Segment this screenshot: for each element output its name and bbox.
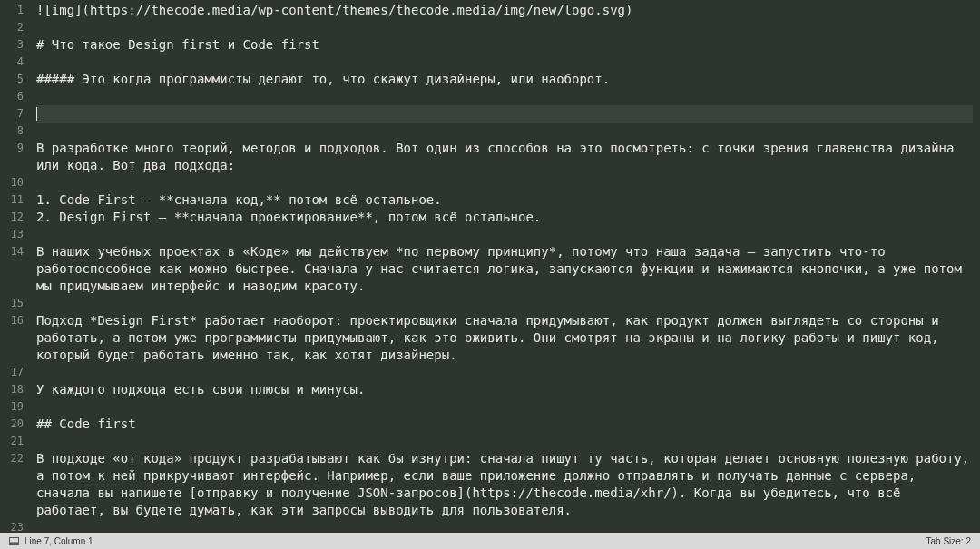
code-line[interactable]: 1. Code First — **сначала код,** потом в… <box>36 191 973 209</box>
line-number: 11 <box>0 191 24 209</box>
line-number: 10 <box>0 174 24 191</box>
code-line[interactable]: Подход *Design First* работает наоборот:… <box>36 312 973 364</box>
line-number: 12 <box>0 209 24 226</box>
code-line[interactable]: В разработке много теорий, методов и под… <box>36 140 973 174</box>
line-number: 2 <box>0 19 24 36</box>
code-line[interactable]: У каждого подхода есть свои плюсы и мину… <box>36 381 973 398</box>
line-number: 14 <box>0 243 24 295</box>
line-number: 18 <box>0 381 24 398</box>
code-line[interactable]: # Что такое Design first и Code first <box>36 36 973 54</box>
code-line[interactable] <box>36 123 973 140</box>
line-number: 5 <box>0 71 24 88</box>
svg-rect-1 <box>10 542 19 544</box>
line-number: 17 <box>0 364 24 381</box>
code-line[interactable] <box>36 54 973 71</box>
line-number: 9 <box>0 140 24 174</box>
code-line[interactable]: 2. Design First — **сначала проектирован… <box>36 209 973 226</box>
panel-toggle-icon[interactable] <box>9 537 19 545</box>
text-cursor <box>36 107 37 121</box>
line-number: 21 <box>0 433 24 450</box>
code-line[interactable]: ![img](https://thecode.media/wp-content/… <box>36 2 973 19</box>
line-number-gutter: 1234567891011121314151617181920212223 <box>0 0 29 533</box>
code-line[interactable] <box>36 295 973 312</box>
code-line[interactable] <box>36 19 973 36</box>
code-line[interactable]: ## Code first <box>36 416 973 433</box>
line-number: 4 <box>0 54 24 71</box>
cursor-position: Line 7, Column 1 <box>24 536 93 546</box>
code-line[interactable]: В наших учебных проектах в «Коде» мы дей… <box>36 243 973 295</box>
line-number: 8 <box>0 123 24 140</box>
line-number: 6 <box>0 88 24 105</box>
code-line[interactable]: В подходе «от кода» продукт разрабатываю… <box>36 450 973 519</box>
line-number: 13 <box>0 226 24 243</box>
line-number: 20 <box>0 416 24 433</box>
line-number: 7 <box>0 105 24 123</box>
code-content[interactable]: ![img](https://thecode.media/wp-content/… <box>29 0 980 533</box>
line-number: 3 <box>0 36 24 54</box>
code-line[interactable] <box>36 433 973 450</box>
line-number: 19 <box>0 398 24 416</box>
code-line[interactable] <box>36 174 973 191</box>
tab-size[interactable]: Tab Size: 2 <box>926 536 971 546</box>
code-line[interactable] <box>36 105 973 123</box>
code-line[interactable]: ##### Это когда программисты делают то, … <box>36 71 973 88</box>
line-number: 15 <box>0 295 24 312</box>
code-line[interactable] <box>36 398 973 416</box>
code-line[interactable] <box>36 226 973 243</box>
code-line[interactable] <box>36 88 973 105</box>
line-number: 1 <box>0 2 24 19</box>
line-number: 16 <box>0 312 24 364</box>
status-bar: Line 7, Column 1 Tab Size: 2 <box>0 533 980 549</box>
line-number: 22 <box>0 450 24 519</box>
editor-area[interactable]: 1234567891011121314151617181920212223 ![… <box>0 0 980 533</box>
code-line[interactable] <box>36 364 973 381</box>
